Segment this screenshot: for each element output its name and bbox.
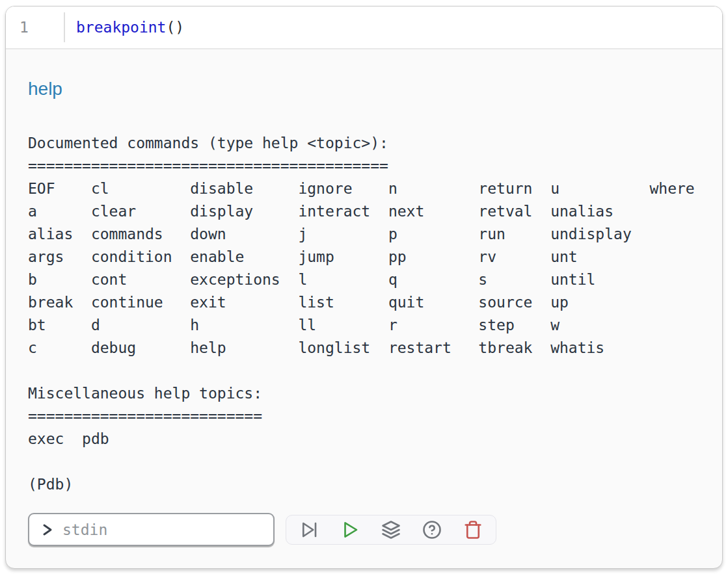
code-token-punctuation: (): [166, 19, 184, 36]
code-editor[interactable]: 1 breakpoint(): [6, 7, 722, 49]
console-area: help Documented commands (type help <top…: [6, 49, 722, 546]
console-controls: [28, 513, 700, 546]
ide-panel: 1 breakpoint() help Documented commands …: [5, 6, 723, 569]
help-button[interactable]: [422, 519, 442, 540]
stack-button[interactable]: [381, 519, 401, 540]
line-number: 1: [20, 19, 29, 36]
step-forward-button[interactable]: [299, 519, 319, 540]
code-line[interactable]: breakpoint(): [65, 7, 184, 48]
trash-icon: [463, 520, 483, 540]
stdin-inputbox[interactable]: [28, 513, 275, 546]
clear-button[interactable]: [463, 519, 483, 540]
console-echo-input: help: [28, 78, 700, 100]
play-icon: [340, 520, 360, 540]
chevron-right-icon: [38, 521, 55, 538]
step-forward-icon: [299, 520, 319, 540]
question-circle-icon: [422, 520, 442, 540]
debug-toolbar: [286, 515, 496, 545]
layers-icon: [381, 520, 401, 540]
console-output-text: Documented commands (type help <topic>):…: [28, 132, 700, 496]
run-button[interactable]: [340, 519, 360, 540]
code-token-builtin: breakpoint: [76, 19, 166, 36]
stdin-input[interactable]: [61, 521, 265, 539]
editor-gutter: 1: [6, 12, 65, 42]
